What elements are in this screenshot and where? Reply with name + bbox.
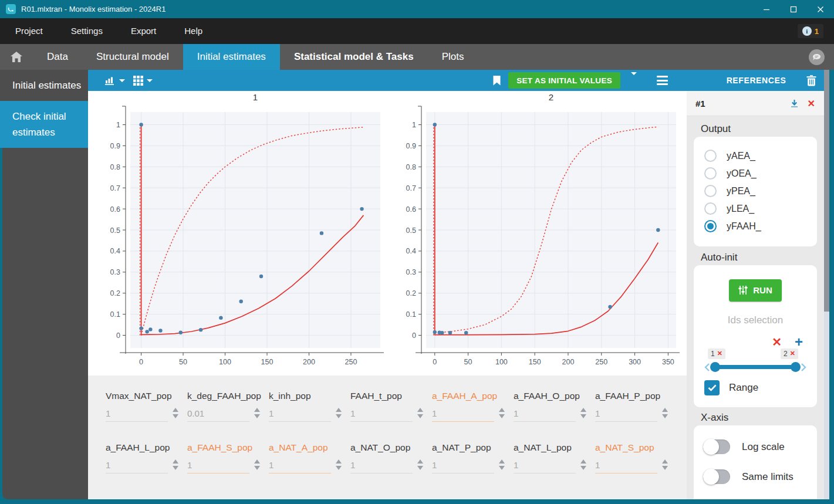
remove-max-icon[interactable]: ✕ [790,350,795,357]
spinner-down-icon[interactable] [662,414,668,418]
spinner-down-icon[interactable] [499,466,505,470]
plot-options-menu-button[interactable] [657,76,668,85]
spinner-up-icon[interactable] [336,459,342,464]
parameter-value-input[interactable]: 1 [514,460,576,473]
spinner-up-icon[interactable] [662,459,668,464]
menu-settings[interactable]: Settings [57,18,117,44]
spinner-down-icon[interactable] [662,466,668,470]
spinner-down-icon[interactable] [580,466,586,470]
parameter-value-input[interactable]: 1 [269,408,331,422]
download-icon[interactable] [790,99,799,108]
radio-yfaah-selected[interactable] [704,220,717,232]
parameter-value-input[interactable]: 1 [269,460,331,473]
spinner-down-icon[interactable] [417,466,423,470]
tab-statistical-model-tasks[interactable]: Statistical model & Tasks [280,44,428,70]
range-checkbox[interactable] [704,380,720,395]
spinner-up-icon[interactable] [173,408,178,412]
sidebar-item-check-initial-estimates[interactable]: Check initial estimates [0,101,88,148]
reference-item-1[interactable]: #1 ✕ [687,91,824,116]
parameter-value-input[interactable]: 1 [514,408,576,422]
spinner-up-icon[interactable] [417,459,423,464]
parameter-value-input[interactable]: 1 [432,460,494,473]
parameter-value-input[interactable]: 1 [350,408,413,422]
set-as-initial-values-button[interactable]: SET AS INITIAL VALUES [508,72,620,89]
radio-ylea[interactable] [704,202,717,215]
menu-help[interactable]: Help [170,18,217,44]
close-button[interactable] [807,0,834,18]
spinner-down-icon[interactable] [173,414,178,418]
toggle-log-scale[interactable] [703,439,730,454]
parameter-a-faah-o-pop: a_FAAH_O_pop1 [514,391,595,442]
feedback-chat-button[interactable] [809,49,825,65]
notifications-button[interactable]: i 1 [798,24,823,38]
add-id-icon[interactable]: + [795,337,803,347]
clear-ids-icon[interactable]: ✕ [772,337,782,347]
spinner-up-icon[interactable] [336,408,342,412]
spinner-down-icon[interactable] [417,414,423,418]
spinner-up-icon[interactable] [662,408,668,412]
spinner-up-icon[interactable] [417,408,423,412]
tab-plots[interactable]: Plots [428,44,478,70]
trash-icon[interactable] [806,75,816,86]
parameter-value-input[interactable]: 1 [106,408,168,422]
tab-data[interactable]: Data [33,44,82,70]
menu-export[interactable]: Export [117,18,170,44]
svg-text:250: 250 [345,358,357,366]
parameter-value-input[interactable]: 1 [106,460,168,473]
output-option-yfaah[interactable]: yFAAH_ [704,220,808,232]
tab-home[interactable] [0,44,33,70]
output-option-yoea[interactable]: yOEA_ [704,167,808,180]
spinner-up-icon[interactable] [254,408,260,412]
spinner-down-icon[interactable] [499,414,505,418]
run-autoinit-button[interactable]: RUN [729,279,782,302]
parameter-spinner [254,459,260,473]
radio-ypea[interactable] [704,185,717,197]
spinner-up-icon[interactable] [580,459,586,464]
spinner-up-icon[interactable] [254,459,260,464]
parameter-value-input[interactable]: 1 [187,460,249,473]
output-option-ypea[interactable]: yPEA_ [704,185,808,197]
bookmark-icon[interactable] [492,76,501,86]
spinner-down-icon[interactable] [173,466,178,470]
plot-type-menu[interactable] [103,74,126,87]
spinner-down-icon[interactable] [580,414,586,418]
spinner-down-icon[interactable] [336,414,342,418]
maximize-button[interactable] [780,0,807,18]
tab-initial-estimates[interactable]: Initial estimates [183,44,280,70]
parameter-value-input[interactable]: 1 [432,408,494,422]
layout-grid-menu[interactable] [132,73,154,88]
set-initial-dropdown-button[interactable] [627,72,640,89]
remove-min-icon[interactable]: ✕ [717,350,722,357]
parameter-field: 1 [432,408,505,422]
menu-project[interactable]: Project [1,18,57,44]
spinner-down-icon[interactable] [254,466,260,470]
toggle-same-limits[interactable] [703,469,730,484]
minimize-button[interactable] [753,0,780,18]
slider-left-chevron-icon[interactable] [704,363,710,372]
spinner-up-icon[interactable] [580,408,586,412]
parameter-value-input[interactable]: 0.01 [187,408,249,422]
spinner-down-icon[interactable] [254,414,260,418]
autoinit-card: RUN Ids selection ✕ + 1✕ 2✕ [694,265,817,407]
scrollbar-thumb[interactable] [824,70,829,312]
slider-right-chevron-icon[interactable] [801,363,806,372]
slider-track[interactable] [711,365,799,369]
tab-structural-model[interactable]: Structural model [82,44,183,70]
slider-handle-min[interactable] [710,362,720,372]
spinner-up-icon[interactable] [173,459,178,464]
spinner-up-icon[interactable] [499,459,505,464]
remove-reference-icon[interactable]: ✕ [808,98,815,109]
parameter-value-input[interactable]: 1 [595,460,657,473]
parameter-value-input[interactable]: 1 [350,460,413,473]
spinner-down-icon[interactable] [336,466,342,470]
parameter-value-input[interactable]: 1 [595,408,657,422]
slider-handle-max[interactable] [791,362,801,372]
ids-range-slider[interactable]: 1✕ 2✕ [704,349,806,376]
radio-yaea[interactable] [704,150,717,162]
output-section-title: Output [701,123,817,135]
sidebar-item-initial-estimates[interactable]: Initial estimates [0,70,88,101]
output-option-yaea[interactable]: yAEA_ [704,150,808,162]
output-option-ylea[interactable]: yLEA_ [704,202,808,215]
spinner-up-icon[interactable] [499,408,505,412]
radio-yoea[interactable] [704,167,717,180]
